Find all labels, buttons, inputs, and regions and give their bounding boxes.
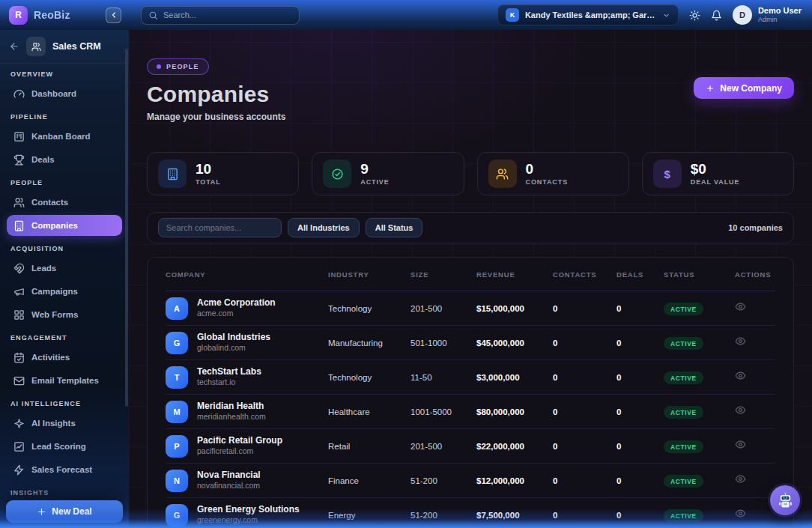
company-domain: pacificretail.com (197, 446, 282, 456)
new-company-button[interactable]: New Company (694, 77, 794, 99)
stat-label: CONTACTS (526, 178, 569, 186)
status-filter[interactable]: All Status (366, 218, 423, 237)
cell-deals: 0 (616, 476, 664, 485)
cell-deals: 0 (616, 373, 664, 382)
company-avatar: P (166, 435, 188, 458)
module-title: Sales CRM (52, 41, 101, 52)
column-header-size: SIZE (410, 270, 476, 279)
magnet-icon (13, 263, 25, 274)
view-company-button[interactable] (735, 439, 746, 450)
company-selector[interactable]: K Kandy Textiles &amp;amp; Garments Pvt … (497, 4, 679, 25)
global-search-input[interactable] (163, 10, 292, 19)
page-title: Companies (147, 82, 285, 107)
company-selector-name: Kandy Textiles &amp;amp; Garments Pvt Lt… (525, 10, 656, 19)
cell-contacts: 0 (553, 511, 616, 520)
sidebar-section-label: OVERVIEW (10, 70, 129, 78)
table-body: A Acme Corporation acme.com Technology 2… (166, 291, 775, 528)
stat-value: 10 (196, 162, 221, 177)
sidebar-item-web-forms[interactable]: Web Forms (7, 304, 122, 325)
table-header-row: COMPANY INDUSTRY SIZE REVENUE CONTACTS D… (166, 258, 775, 291)
logo-initial: R (15, 10, 22, 20)
sidebar-item-sales-forecast[interactable]: Sales Forecast (7, 459, 122, 480)
company-name: TechStart Labs (197, 366, 261, 377)
check-circle-icon (323, 160, 351, 188)
table-row[interactable]: G Global Industries globalind.com Manufa… (166, 326, 775, 360)
eye-icon (735, 508, 746, 519)
sidebar-section: OVERVIEW Dashboard (0, 70, 129, 104)
view-company-button[interactable] (735, 370, 746, 381)
sidebar-item-companies[interactable]: Companies (7, 215, 122, 236)
back-arrow-icon[interactable] (9, 41, 19, 52)
company-avatar: A (166, 297, 188, 320)
status-badge: ACTIVE (664, 337, 703, 350)
cell-industry: Retail (328, 442, 410, 451)
sidebar-nav: OVERVIEW Dashboard PIPELINE Kanban Board… (0, 64, 129, 528)
table-row[interactable]: A Acme Corporation acme.com Technology 2… (166, 291, 775, 326)
app-logo: R (9, 6, 28, 25)
eye-icon (735, 336, 746, 347)
company-name: Meridian Health (197, 401, 266, 412)
view-company-button[interactable] (735, 473, 746, 485)
status-badge: ACTIVE (664, 371, 703, 384)
sidebar-scrollbar[interactable] (125, 49, 128, 407)
sidebar-item-deals[interactable]: Deals (7, 149, 122, 170)
chart-icon (13, 441, 25, 452)
view-company-button[interactable] (735, 301, 746, 312)
sidebar-section-label: INSIGHTS (10, 489, 129, 497)
view-company-button[interactable] (735, 336, 746, 347)
cell-deals: 0 (616, 339, 664, 348)
cell-revenue: $22,000,000 (476, 442, 553, 451)
table-row[interactable]: N Nova Financial novafinancial.com Finan… (166, 464, 775, 498)
trophy-icon (13, 154, 25, 166)
stat-card-deal-value: $ $0 DEAL VALUE (642, 152, 794, 195)
web-forms-icon (13, 309, 25, 321)
table-row[interactable]: M Meridian Health meridianhealth.com Hea… (166, 395, 775, 429)
global-search[interactable] (141, 6, 300, 25)
sidebar-collapse-button[interactable] (106, 7, 121, 23)
table-row[interactable]: P Pacific Retail Group pacificretail.com… (166, 429, 775, 464)
zap-icon (13, 464, 25, 476)
company-name: Pacific Retail Group (197, 435, 282, 446)
cell-industry: Energy (328, 511, 410, 520)
notifications-button[interactable] (711, 10, 722, 21)
company-count: 10 companies (728, 223, 783, 232)
eye-icon (735, 301, 746, 312)
company-name: Green Energy Solutions (197, 504, 300, 515)
sidebar-item-dashboard[interactable]: Dashboard (7, 83, 122, 104)
sidebar-item-leads[interactable]: Leads (7, 258, 122, 279)
company-domain: techstart.io (197, 377, 261, 387)
sidebar-item-email-templates[interactable]: Email Templates (7, 370, 122, 391)
sidebar-item-contacts[interactable]: Contacts (7, 192, 122, 213)
column-header-revenue: REVENUE (476, 270, 553, 279)
sidebar-item-lead-scoring[interactable]: Lead Scoring (7, 436, 122, 457)
chatbot-button[interactable] (770, 485, 800, 515)
stat-label: TOTAL (196, 178, 221, 186)
sidebar-section: AI INTELLIGENCE AI InsightsLead ScoringS… (0, 400, 129, 480)
company-search-input[interactable] (158, 218, 282, 237)
table-row[interactable]: G Green Energy Solutions greenenergy.com… (166, 498, 775, 528)
user-menu[interactable]: D Demo User Admin (733, 5, 802, 25)
filter-bar: All Industries All Status 10 companies (147, 212, 794, 243)
sidebar-item-activities[interactable]: Activities (7, 347, 122, 368)
column-header-deals: DEALS (616, 270, 664, 279)
table-row[interactable]: T TechStart Labs techstart.io Technology… (166, 360, 775, 395)
cell-contacts: 0 (553, 442, 616, 451)
industry-filter[interactable]: All Industries (288, 218, 360, 237)
sidebar-item-ai-insights[interactable]: AI Insights (7, 413, 122, 434)
sidebar-item-kanban-board[interactable]: Kanban Board (7, 126, 122, 147)
eye-icon (735, 439, 746, 450)
sparkles-icon (13, 418, 25, 429)
sidebar-item-campaigns[interactable]: Campaigns (7, 281, 122, 302)
view-company-button[interactable] (735, 404, 746, 416)
cell-industry: Technology (328, 304, 410, 313)
company-avatar: M (166, 401, 188, 423)
eye-icon (735, 404, 746, 416)
theme-toggle-button[interactable] (689, 10, 700, 21)
view-company-button[interactable] (735, 508, 746, 519)
app-window: R ReoBiz K Kandy Textiles &amp;amp; Garm… (0, 0, 812, 528)
column-header-status: STATUS (664, 270, 735, 279)
status-badge: ACTIVE (664, 440, 703, 453)
bell-icon (711, 10, 722, 21)
new-deal-button[interactable]: New Deal (6, 500, 123, 523)
search-icon (148, 10, 158, 20)
